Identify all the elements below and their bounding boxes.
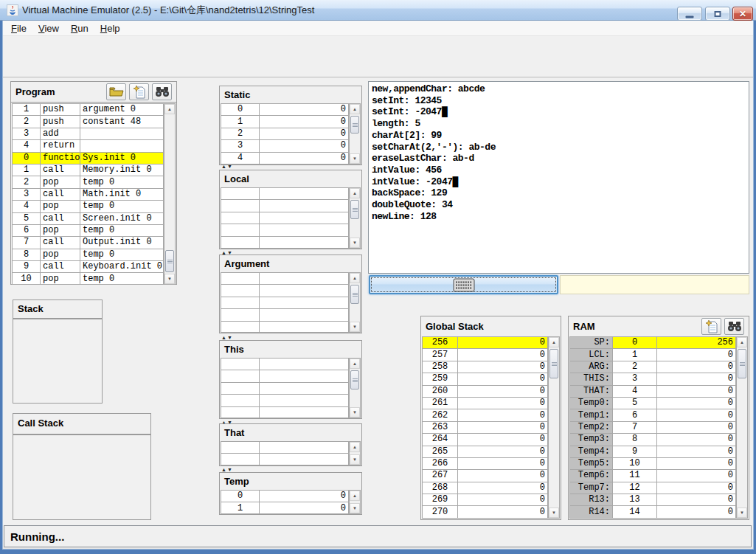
title-bar[interactable]: Virtual Machine Emulator (2.5) - E:\Git\… (0, 0, 756, 21)
this-row[interactable] (221, 407, 349, 418)
global-stack-row[interactable]: 269 0 (423, 494, 548, 506)
scroll-up-button[interactable]: ▲ (737, 337, 747, 347)
argument-row[interactable] (221, 285, 349, 297)
scroll-up-button[interactable]: ▲ (350, 491, 360, 501)
ram-row[interactable]: R13: 13 0 (570, 494, 736, 506)
local-row[interactable] (221, 212, 349, 224)
menu-view[interactable]: View (32, 21, 65, 36)
scroll-up-button[interactable]: ▲ (350, 273, 360, 283)
splitter-toggle[interactable]: ▲▼ (221, 335, 233, 340)
menu-file[interactable]: File (5, 21, 32, 36)
clear-program-button[interactable] (129, 83, 149, 100)
argument-row[interactable] (221, 297, 349, 309)
local-row[interactable] (221, 237, 349, 248)
argument-scrollbar[interactable]: ▲ ▼ (349, 273, 360, 332)
load-program-button[interactable] (106, 83, 126, 100)
ram-row[interactable]: Temp0: 5 0 (570, 398, 736, 409)
ram-row[interactable]: Temp5: 10 0 (570, 458, 736, 470)
ram-row[interactable]: Temp3: 8 0 (570, 434, 736, 446)
scroll-up-button[interactable]: ▲ (350, 188, 360, 198)
program-row[interactable]: 1 call Memory.init 0 (13, 165, 164, 176)
argument-row[interactable] (221, 309, 349, 321)
temp-row[interactable]: 1 0 (221, 502, 349, 513)
minimize-button[interactable] (677, 7, 702, 21)
search-program-button[interactable] (152, 83, 172, 100)
keyboard-button[interactable] (369, 275, 558, 294)
scroll-thumb[interactable] (549, 349, 558, 378)
scroll-down-button[interactable]: ▼ (549, 508, 559, 518)
scroll-down-button[interactable]: ▼ (350, 407, 360, 418)
keyboard-input-field[interactable] (560, 275, 749, 294)
restore-button[interactable] (705, 7, 730, 21)
ram-row[interactable]: THIS: 3 0 (570, 373, 736, 385)
argument-row[interactable] (221, 273, 349, 285)
scroll-up-button[interactable]: ▲ (549, 337, 559, 347)
program-row[interactable]: 3 add (13, 128, 164, 140)
program-scrollbar[interactable]: ▲ ▼ (164, 104, 175, 284)
program-row[interactable]: 7 call Output.init 0 (13, 237, 164, 249)
splitter-toggle[interactable]: ▲▼ (221, 164, 233, 169)
scroll-down-button[interactable]: ▼ (737, 508, 747, 518)
ram-row[interactable]: Temp7: 12 0 (570, 482, 736, 494)
static-row[interactable]: 0 0 (221, 104, 349, 116)
ram-row[interactable]: R14: 14 0 (570, 506, 736, 518)
that-scrollbar[interactable]: ▲ ▼ (349, 442, 360, 465)
global-stack-row[interactable]: 258 0 (423, 361, 548, 373)
static-row[interactable]: 1 0 (221, 116, 349, 128)
scroll-down-button[interactable]: ▼ (350, 153, 360, 164)
program-row[interactable]: 4 return (13, 140, 164, 152)
ram-row[interactable]: Temp4: 9 0 (570, 446, 736, 458)
that-row[interactable] (221, 442, 349, 454)
global-stack-row[interactable]: 270 0 (423, 506, 548, 518)
scroll-up-button[interactable]: ▲ (350, 442, 360, 452)
ram-row[interactable]: SP: 0 256 (570, 337, 736, 349)
scroll-thumb[interactable] (350, 370, 359, 389)
scroll-up-button[interactable]: ▲ (350, 359, 360, 369)
scroll-down-button[interactable]: ▼ (350, 322, 360, 332)
temp-scrollbar[interactable]: ▲ ▼ (349, 491, 360, 513)
program-row[interactable]: 3 call Math.init 0 (13, 189, 164, 201)
that-row[interactable] (221, 454, 349, 465)
scroll-down-button[interactable]: ▼ (164, 274, 175, 284)
scroll-thumb[interactable] (350, 116, 359, 134)
global-stack-scrollbar[interactable]: ▲ ▼ (548, 337, 559, 518)
scroll-thumb[interactable] (738, 349, 746, 378)
program-row[interactable]: 6 pop temp 0 (13, 225, 164, 237)
global-stack-row[interactable]: 260 0 (423, 386, 548, 398)
local-row[interactable] (221, 200, 349, 212)
program-row[interactable]: 0 function Sys.init 0 (13, 153, 164, 165)
global-stack-row[interactable]: 262 0 (423, 409, 548, 421)
scroll-up-button[interactable]: ▲ (350, 104, 360, 114)
this-row[interactable] (221, 359, 349, 370)
ram-scrollbar[interactable]: ▲ ▼ (736, 337, 747, 518)
scroll-thumb[interactable] (350, 285, 359, 304)
this-row[interactable] (221, 395, 349, 406)
ram-row[interactable]: ARG: 2 0 (570, 361, 736, 373)
temp-row[interactable]: 0 0 (221, 491, 349, 502)
program-row[interactable]: 2 pop temp 0 (13, 176, 164, 188)
menu-help[interactable]: Help (94, 21, 126, 36)
scroll-down-button[interactable]: ▼ (350, 503, 360, 513)
static-row[interactable]: 2 0 (221, 128, 349, 140)
local-row[interactable] (221, 188, 349, 200)
program-row[interactable]: 9 call Keyboard.init 0 (13, 261, 164, 273)
local-scrollbar[interactable]: ▲ ▼ (349, 188, 360, 248)
global-stack-row[interactable]: 264 0 (423, 434, 548, 446)
global-stack-row[interactable]: 265 0 (423, 446, 548, 458)
ram-row[interactable]: Temp6: 11 0 (570, 470, 736, 482)
search-ram-button[interactable] (724, 318, 744, 335)
ram-row[interactable]: Temp1: 6 0 (570, 409, 736, 421)
scroll-down-button[interactable]: ▼ (350, 238, 360, 248)
global-stack-row[interactable]: 267 0 (423, 470, 548, 482)
this-row[interactable] (221, 383, 349, 395)
global-stack-row[interactable]: 266 0 (423, 458, 548, 470)
splitter-toggle[interactable]: ▲▼ (221, 467, 233, 472)
close-button[interactable]: ✕ (732, 7, 753, 21)
program-row[interactable]: 8 pop temp 0 (13, 249, 164, 261)
program-row[interactable]: 10 pop temp 0 (13, 273, 164, 284)
ram-row[interactable]: THAT: 4 0 (570, 386, 736, 398)
program-row[interactable]: 2 push constant 48 (13, 116, 164, 128)
scroll-up-button[interactable]: ▲ (164, 104, 175, 114)
global-stack-row[interactable]: 268 0 (423, 482, 548, 494)
program-row[interactable]: 5 call Screen.init 0 (13, 213, 164, 225)
